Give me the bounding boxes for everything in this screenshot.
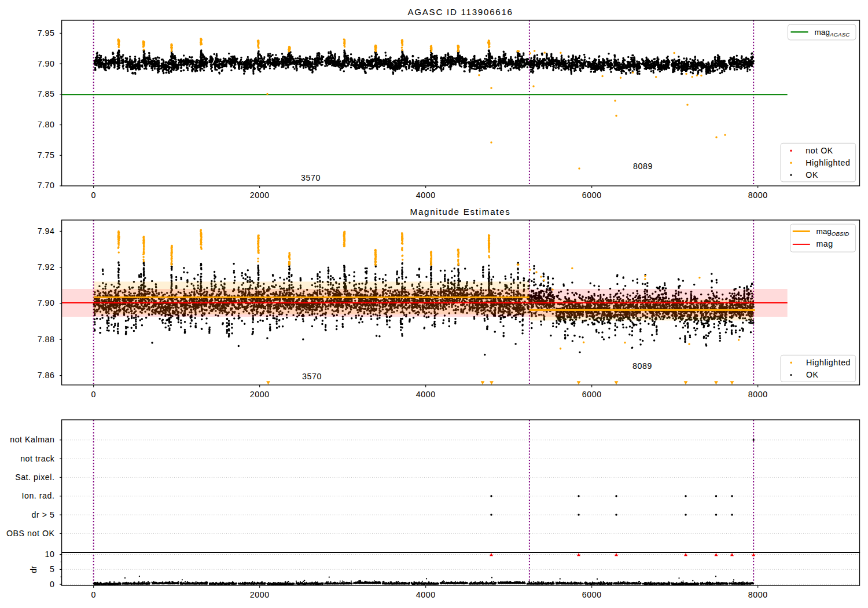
svg-text:10: 10 bbox=[45, 550, 55, 559]
svg-text:not Kalman: not Kalman bbox=[10, 435, 54, 444]
svg-text:OK: OK bbox=[806, 170, 818, 180]
svg-text:8089: 8089 bbox=[633, 162, 653, 171]
svg-text:7.95: 7.95 bbox=[38, 28, 55, 38]
svg-text:8000: 8000 bbox=[748, 191, 768, 200]
svg-text:2000: 2000 bbox=[250, 191, 270, 200]
svg-text:AGASC ID 113906616: AGASC ID 113906616 bbox=[407, 7, 513, 17]
svg-text:4000: 4000 bbox=[416, 191, 436, 200]
svg-text:7.94: 7.94 bbox=[38, 226, 55, 236]
svg-text:7.85: 7.85 bbox=[38, 89, 55, 98]
svg-text:8000: 8000 bbox=[748, 590, 768, 599]
svg-text:0: 0 bbox=[91, 590, 95, 599]
svg-text:7.75: 7.75 bbox=[38, 151, 55, 160]
svg-text:Sat. pixel.: Sat. pixel. bbox=[15, 473, 54, 482]
svg-text:8089: 8089 bbox=[632, 361, 652, 371]
svg-text:3570: 3570 bbox=[302, 372, 322, 381]
svg-text:0: 0 bbox=[50, 580, 54, 589]
svg-text:7.90: 7.90 bbox=[38, 59, 55, 68]
svg-text:7.86: 7.86 bbox=[38, 371, 55, 380]
svg-text:OBS not OK: OBS not OK bbox=[6, 529, 55, 538]
svg-text:4000: 4000 bbox=[416, 390, 436, 399]
svg-text:6000: 6000 bbox=[582, 590, 602, 599]
svg-text:Magnitude Estimates: Magnitude Estimates bbox=[410, 207, 511, 217]
svg-text:6000: 6000 bbox=[582, 191, 602, 200]
svg-text:0: 0 bbox=[91, 390, 95, 399]
svg-text:mag: mag bbox=[816, 239, 833, 248]
svg-text:7.88: 7.88 bbox=[38, 335, 55, 344]
svg-text:0: 0 bbox=[91, 191, 95, 200]
svg-text:2000: 2000 bbox=[250, 390, 270, 399]
svg-text:2000: 2000 bbox=[250, 590, 270, 599]
svg-text:6000: 6000 bbox=[582, 390, 602, 399]
svg-text:Ion. rad.: Ion. rad. bbox=[21, 491, 54, 500]
svg-text:3570: 3570 bbox=[301, 173, 321, 182]
svg-text:7.90: 7.90 bbox=[38, 298, 55, 307]
svg-text:7.92: 7.92 bbox=[38, 262, 55, 272]
svg-text:8000: 8000 bbox=[748, 390, 768, 399]
svg-text:dr: dr bbox=[29, 566, 38, 573]
svg-text:5: 5 bbox=[50, 565, 54, 574]
svg-text:dr > 5: dr > 5 bbox=[32, 510, 55, 519]
svg-text:not track: not track bbox=[20, 454, 55, 463]
svg-text:Highlighted: Highlighted bbox=[806, 158, 850, 167]
svg-text:not OK: not OK bbox=[806, 146, 833, 155]
svg-text:7.80: 7.80 bbox=[38, 120, 55, 129]
svg-text:Highlighted: Highlighted bbox=[806, 358, 851, 367]
svg-text:OK: OK bbox=[806, 370, 819, 379]
svg-text:4000: 4000 bbox=[416, 590, 436, 599]
svg-text:7.70: 7.70 bbox=[38, 181, 55, 190]
